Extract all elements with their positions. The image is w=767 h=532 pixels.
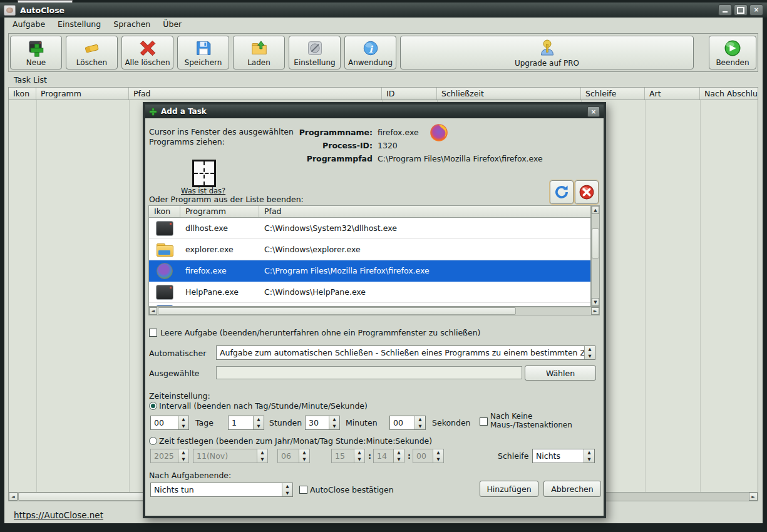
spinner-arrows[interactable]: ▲▼ [253, 416, 264, 429]
task-type-combo[interactable]: Aufgabe zum automatischen Schließen - Sc… [216, 345, 595, 360]
scrollbar-thumb[interactable] [158, 307, 516, 315]
choose-button[interactable]: Wählen [525, 366, 596, 381]
list-vertical-scrollbar[interactable]: ▲ ▼ [591, 205, 600, 307]
list-item-helppane[interactable]: HelpPane.exe C:\Windows\HelpPane.exe [149, 282, 590, 303]
refresh-icon [553, 184, 570, 200]
confirm-checkbox[interactable] [299, 486, 307, 494]
days-value: 00 [151, 416, 178, 429]
spinner-arrows[interactable]: ▲▼ [584, 346, 595, 359]
hours-value: 1 [229, 416, 253, 429]
window-finder-icon[interactable] [192, 160, 216, 187]
list-column-programm[interactable]: Programm [180, 206, 259, 217]
days-unit-label: Tage [195, 418, 214, 427]
load-folder-icon [250, 39, 269, 58]
program-list-body: dllhost.exe C:\Windows\System32\dllhost.… [148, 218, 591, 307]
spinner-arrows[interactable]: ▲▼ [354, 449, 364, 463]
spinner-arrows[interactable]: ▲▼ [178, 416, 188, 429]
list-horizontal-scrollbar[interactable]: ◄ ► [148, 307, 600, 315]
spinner-arrows[interactable]: ▲▼ [414, 416, 425, 429]
second-spinner[interactable]: 00 ▲▼ [413, 449, 444, 463]
folder-icon [156, 242, 173, 257]
after-task-label: Nach Aufgabenende: [149, 471, 231, 480]
idle-checkbox[interactable] [480, 417, 488, 426]
website-link[interactable]: https://AutoClose.net [14, 510, 103, 520]
seconds-spinner[interactable]: 00 ▲▼ [389, 416, 426, 430]
cancel-button[interactable]: Abbrechen [543, 481, 601, 497]
column-header-schliesszeit[interactable]: Schließzeit [437, 88, 581, 100]
settings-button[interactable]: Einstellung [289, 36, 341, 69]
idle-checkbox-label: Nach Keine Maus-/Tastenaktionen [490, 412, 572, 429]
column-header-ikon[interactable]: Ikon [9, 88, 36, 100]
list-item-explorer[interactable]: explorer.exe C:\Windows\explorer.exe [149, 239, 590, 260]
exit-button[interactable]: Beenden [709, 36, 756, 69]
scroll-right-button[interactable]: ► [749, 493, 758, 501]
minimize-button[interactable] [718, 4, 732, 16]
column-divider [645, 100, 646, 492]
column-header-nach-abschlu[interactable]: Nach Abschlu [700, 88, 758, 100]
scroll-up-button[interactable]: ▲ [592, 206, 599, 214]
spinner-arrows[interactable]: ▲▼ [282, 483, 292, 496]
spinner-arrows[interactable]: ▲▼ [393, 449, 404, 463]
dialog-title-bar: Add a Task × [145, 105, 604, 118]
selected-program-field[interactable] [216, 366, 522, 379]
upgrade-pro-button[interactable]: Upgrade auf PRO [400, 36, 694, 69]
minutes-spinner[interactable]: 30 ▲▼ [305, 416, 340, 430]
load-button[interactable]: Laden [233, 36, 285, 69]
kill-process-button[interactable] [575, 180, 599, 204]
scroll-right-button[interactable]: ► [591, 307, 599, 315]
menu-aufgabe[interactable]: Aufgabe [6, 18, 51, 30]
spinner-arrows[interactable]: ▲▼ [584, 449, 594, 463]
maximize-button[interactable] [734, 4, 748, 16]
empty-task-checkbox[interactable] [149, 329, 157, 337]
seconds-value: 00 [390, 416, 414, 429]
scroll-down-button[interactable]: ▼ [592, 298, 599, 306]
column-header-art[interactable]: Art [645, 88, 700, 100]
program-cell: HelpPane.exe [180, 287, 259, 297]
close-button[interactable]: × [749, 4, 763, 16]
loop-value: Nichts [533, 449, 584, 463]
days-spinner[interactable]: 00 ▲▼ [150, 416, 189, 430]
hours-spinner[interactable]: 1 ▲▼ [228, 416, 264, 430]
after-task-combo[interactable]: Nichts tun ▲▼ [150, 483, 293, 497]
year-spinner[interactable]: 2025 ▲▼ [150, 449, 189, 463]
spinner-arrows[interactable]: ▲▼ [433, 449, 443, 463]
list-column-pfad[interactable]: Pfad [259, 206, 590, 217]
spinner-arrows[interactable]: ▲▼ [178, 449, 188, 463]
save-button[interactable]: Speichern [177, 36, 229, 69]
column-header-programm[interactable]: Programm [36, 88, 129, 100]
list-item-firefox-selected[interactable]: firefox.exe C:\Program Files\Mozilla Fir… [149, 260, 590, 282]
new-task-button[interactable]: Neue [10, 36, 62, 69]
column-header-schleife[interactable]: Schleife [581, 88, 645, 100]
scroll-left-button[interactable]: ◄ [149, 307, 157, 315]
refresh-button[interactable] [550, 180, 574, 204]
minute-spinner[interactable]: 14 ▲▼ [373, 449, 404, 463]
day-spinner[interactable]: 06 ▲▼ [277, 449, 310, 463]
menu-ueber[interactable]: Über [157, 18, 188, 30]
menu-einstellung[interactable]: Einstellung [51, 18, 107, 30]
list-column-ikon[interactable]: Ikon [149, 206, 180, 217]
loop-combo[interactable]: Nichts ▲▼ [532, 449, 595, 463]
spinner-arrows[interactable]: ▲▼ [299, 449, 309, 463]
spinner-arrows[interactable]: ▲▼ [329, 416, 339, 429]
column-header-pfad[interactable]: Pfad [129, 88, 382, 100]
delete-button[interactable]: Löschen [66, 36, 118, 69]
interval-radio[interactable] [149, 402, 157, 410]
day-value: 06 [278, 449, 299, 463]
eraser-icon [83, 39, 101, 58]
menu-sprachen[interactable]: Sprachen [107, 18, 157, 30]
month-spinner[interactable]: 11(Nov) ▲▼ [193, 449, 268, 463]
spinner-arrows[interactable]: ▲▼ [257, 449, 267, 463]
about-app-button[interactable]: i Anwendung [344, 36, 396, 69]
scrollbar-thumb[interactable] [592, 228, 599, 258]
confirm-checkbox-label: AutoClose bestätigen [310, 485, 394, 494]
delete-all-button[interactable]: Alle löschen [121, 36, 173, 69]
hour-spinner[interactable]: 15 ▲▼ [331, 449, 365, 463]
list-item-dllhost[interactable]: dllhost.exe C:\Windows\System32\dllhost.… [149, 218, 590, 239]
what-is-this-link[interactable]: Was ist das? [181, 187, 225, 195]
add-task-icon [149, 108, 157, 116]
dialog-close-button[interactable]: × [587, 106, 600, 117]
fixed-time-radio[interactable] [149, 437, 157, 445]
column-header-id[interactable]: ID [382, 88, 437, 100]
add-button[interactable]: Hinzufügen [480, 481, 538, 497]
scroll-left-button[interactable]: ◄ [9, 493, 18, 501]
